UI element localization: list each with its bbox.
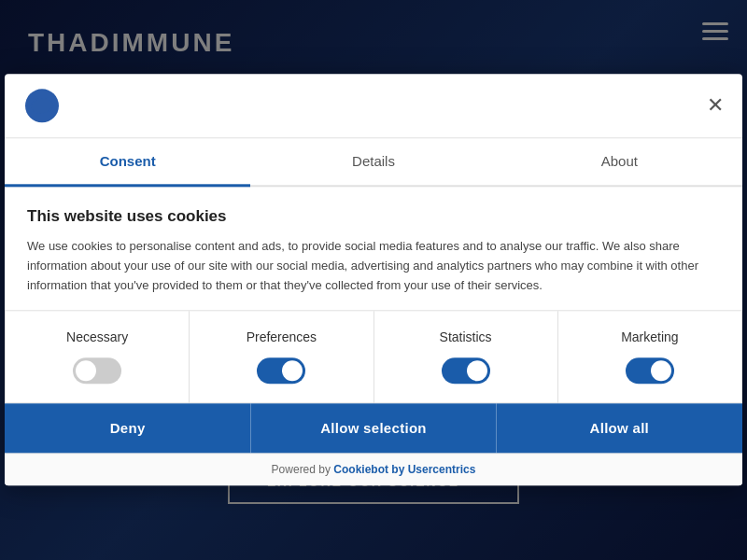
toggle-marketing-thumb xyxy=(651,361,671,382)
cookie-categories-grid: Necessary Preferences Statistics xyxy=(5,311,742,404)
cookie-consent-modal: ✕ Consent Details About This website use… xyxy=(5,74,742,485)
close-modal-button[interactable]: ✕ xyxy=(707,95,724,116)
category-statistics: Statistics xyxy=(374,312,558,404)
toggle-necessary xyxy=(73,358,121,385)
allow-selection-button[interactable]: Allow selection xyxy=(250,404,496,454)
category-necessary: Necessary xyxy=(6,312,190,404)
modal-body: This website uses cookies We use cookies… xyxy=(5,187,742,310)
action-buttons: Deny Allow selection Allow all xyxy=(5,404,742,454)
modal-description: We use cookies to personalise content an… xyxy=(27,237,720,295)
cookiebot-logo xyxy=(23,87,61,124)
category-marketing: Marketing xyxy=(558,312,742,404)
deny-button[interactable]: Deny xyxy=(5,404,250,454)
modal-footer: Powered by Cookiebot by Usercentrics xyxy=(5,454,742,486)
category-preferences: Preferences xyxy=(190,312,374,404)
toggle-statistics xyxy=(442,358,490,385)
toggle-marketing-track[interactable] xyxy=(626,358,674,385)
toggle-preferences-track[interactable] xyxy=(257,358,305,385)
toggle-preferences xyxy=(257,358,305,385)
category-marketing-label: Marketing xyxy=(621,330,678,345)
cookiebot-link[interactable]: Cookiebot by Usercentrics xyxy=(333,464,475,477)
modal-header: ✕ xyxy=(5,74,742,138)
toggle-necessary-track[interactable] xyxy=(73,358,121,385)
svg-point-2 xyxy=(31,98,53,113)
category-preferences-label: Preferences xyxy=(247,330,317,345)
category-necessary-label: Necessary xyxy=(66,330,128,345)
allow-all-button[interactable]: Allow all xyxy=(497,404,742,454)
category-statistics-label: Statistics xyxy=(440,330,492,345)
tab-about[interactable]: About xyxy=(497,138,742,187)
toggle-preferences-thumb xyxy=(282,361,303,382)
modal-tabs: Consent Details About xyxy=(5,138,742,187)
powered-by-text: Powered by xyxy=(272,464,331,477)
toggle-necessary-thumb xyxy=(76,361,96,382)
modal-title: This website uses cookies xyxy=(27,207,720,226)
tab-details[interactable]: Details xyxy=(250,138,496,187)
tab-consent[interactable]: Consent xyxy=(5,138,250,187)
toggle-statistics-track[interactable] xyxy=(442,358,490,385)
toggle-marketing xyxy=(626,358,674,385)
toggle-statistics-thumb xyxy=(467,361,487,382)
